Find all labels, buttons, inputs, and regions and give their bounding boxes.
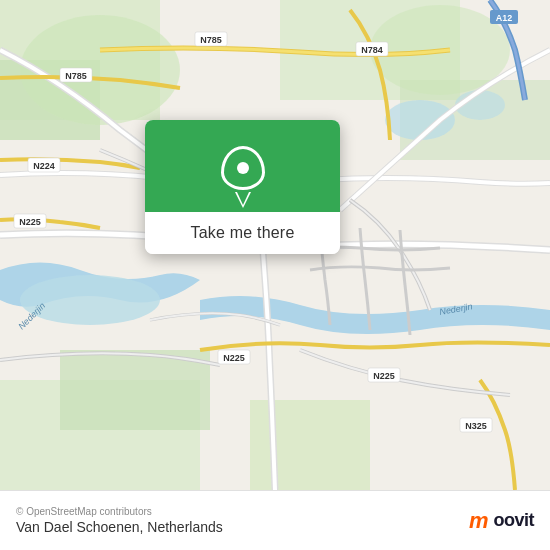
popup-card: Take me there <box>145 120 340 254</box>
svg-text:N325: N325 <box>465 421 487 431</box>
svg-text:N225: N225 <box>373 371 395 381</box>
svg-point-5 <box>20 15 180 125</box>
moovit-logo: m oovit <box>469 508 534 534</box>
footer-credit: © OpenStreetMap contributors <box>16 506 223 517</box>
svg-text:N225: N225 <box>19 217 41 227</box>
pin-dot <box>237 162 249 174</box>
svg-rect-8 <box>60 350 210 430</box>
svg-text:N224: N224 <box>33 161 55 171</box>
pin-tip-inner <box>237 192 249 205</box>
footer: © OpenStreetMap contributors Van Dael Sc… <box>0 490 550 550</box>
svg-text:N784: N784 <box>361 45 383 55</box>
svg-text:N785: N785 <box>65 71 87 81</box>
svg-point-10 <box>20 275 160 325</box>
pin-body <box>221 146 265 190</box>
location-pin <box>221 142 265 194</box>
svg-text:A12: A12 <box>496 13 513 23</box>
take-me-there-button[interactable]: Take me there <box>191 224 295 242</box>
svg-rect-9 <box>250 400 370 490</box>
popup-button-area: Take me there <box>145 212 340 254</box>
svg-text:N225: N225 <box>223 353 245 363</box>
moovit-text: oovit <box>494 510 535 531</box>
footer-place-name: Van Dael Schoenen, Netherlands <box>16 519 223 535</box>
popup-green-area <box>145 120 340 212</box>
moovit-m-letter: m <box>469 508 488 534</box>
map-container: N785 N784 N785 A12 N224 N225 N225 N225 N… <box>0 0 550 490</box>
footer-left: © OpenStreetMap contributors Van Dael Sc… <box>16 506 223 535</box>
svg-text:N785: N785 <box>200 35 222 45</box>
